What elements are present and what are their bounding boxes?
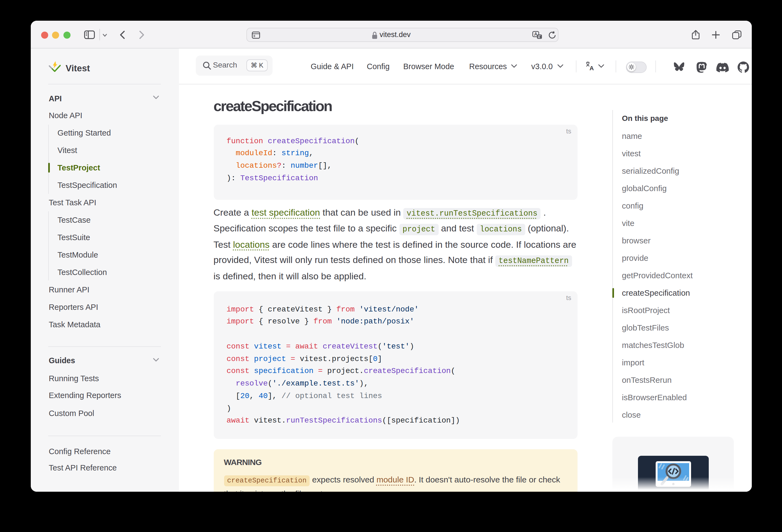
svg-text:A: A: [534, 31, 537, 36]
svg-text:A: A: [590, 65, 594, 71]
